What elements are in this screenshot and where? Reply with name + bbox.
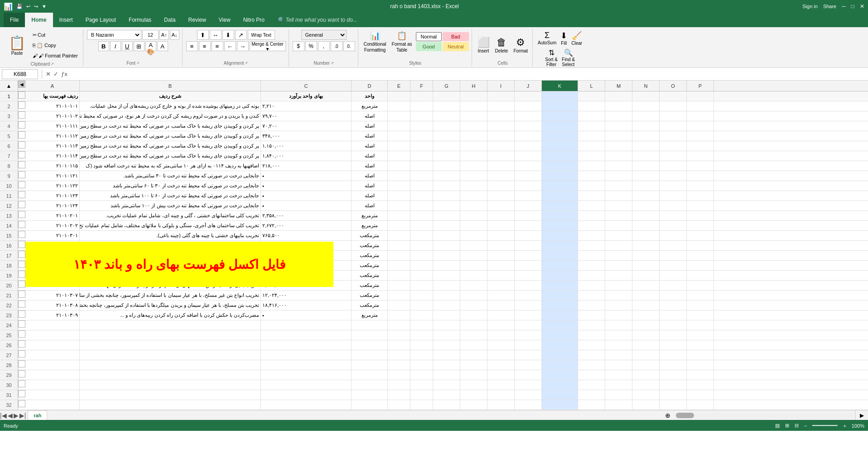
cell-F[interactable] — [410, 261, 433, 270]
quick-access-redo[interactable]: ↪ — [34, 4, 38, 10]
cell-G[interactable] — [433, 231, 460, 240]
cell-C[interactable]: • — [261, 201, 352, 210]
cell-H[interactable] — [460, 111, 487, 121]
cell-B[interactable]: جابجایی درخت در صورتی که محیط تنه درخت ا… — [80, 181, 261, 191]
cell-B[interactable]: کندن و یا بریدن و در صورت لزوم ریشه کن ک… — [80, 111, 261, 121]
merge-center-button[interactable]: Merge & Center ▼ — [250, 41, 286, 51]
font-size-input[interactable] — [142, 30, 159, 40]
cell-F[interactable] — [410, 161, 433, 171]
cell-J[interactable] — [515, 171, 542, 181]
cell-A[interactable]: ۲۱۰۱۰۱۱۳ — [25, 141, 80, 151]
cell-B[interactable]: تخریب بناییهای خشتی یا چینه های گلی (چین… — [80, 231, 261, 240]
cell-E[interactable] — [388, 101, 410, 111]
collapse-button[interactable]: ◀ — [18, 81, 25, 88]
cell-L[interactable] — [578, 131, 605, 141]
cell-L[interactable] — [578, 201, 605, 210]
cell-H[interactable] — [460, 131, 487, 141]
share-button[interactable]: Share — [823, 4, 836, 9]
decrease-indent-button[interactable]: ← — [224, 41, 236, 51]
tab-data[interactable]: Data — [158, 13, 182, 27]
cell-J[interactable] — [515, 121, 542, 131]
cell-B[interactable]: بوته کنی در زمینهای پوشیده شده از بوته و… — [80, 101, 261, 111]
cell-M[interactable] — [605, 300, 632, 310]
cell-A[interactable]: ۲۱۰۱۰۱۰۱ — [25, 101, 80, 111]
tab-review[interactable]: Review — [182, 13, 212, 27]
col-header-A[interactable]: A — [25, 81, 80, 91]
cell-O[interactable] — [660, 231, 687, 240]
cell-H[interactable] — [460, 300, 487, 310]
cancel-formula-icon[interactable]: ✕ — [46, 71, 51, 77]
cell-F[interactable] — [410, 131, 433, 141]
cell-C[interactable]: ۷۰,۲۰۰ — [261, 121, 352, 131]
cell-D[interactable]: اصله — [352, 131, 388, 141]
header-cell-P[interactable] — [687, 91, 714, 101]
cell-L[interactable] — [578, 111, 605, 121]
fill-button[interactable]: ⬇ Fill — [559, 30, 569, 47]
cell-D[interactable]: مترمکعب — [352, 261, 388, 270]
quick-access-save[interactable]: 💾 — [16, 4, 23, 10]
cell-M[interactable] — [605, 171, 632, 181]
font-name-select[interactable]: B Nazanin — [87, 30, 141, 40]
cell-K[interactable] — [542, 181, 578, 191]
cell-D[interactable]: مترمربع — [352, 101, 388, 111]
col-header-M[interactable]: M — [605, 81, 632, 91]
cell-J[interactable] — [515, 111, 542, 121]
cell-C[interactable]: ۲,۲۱۰ — [261, 101, 352, 111]
cell-H[interactable] — [460, 211, 487, 220]
cell-L[interactable] — [578, 221, 605, 230]
cell-C[interactable]: ۲,۶۷۲,۰۰۰ — [261, 221, 352, 230]
cell-O[interactable] — [660, 121, 687, 131]
cell-F[interactable] — [410, 151, 433, 161]
cell-H[interactable] — [460, 291, 487, 300]
cell-P[interactable] — [687, 231, 714, 240]
cell-I[interactable] — [487, 271, 515, 280]
cell-O[interactable] — [660, 251, 687, 260]
style-normal[interactable]: Normal — [416, 32, 442, 41]
cell-J[interactable] — [515, 151, 542, 161]
cell-I[interactable] — [487, 121, 515, 131]
cell-D[interactable]: اصله — [352, 181, 388, 191]
cell-O[interactable] — [660, 300, 687, 310]
maximize-button[interactable]: □ — [851, 3, 854, 10]
cell-K[interactable] — [542, 291, 578, 300]
cell-K[interactable] — [542, 121, 578, 131]
tab-tell-me[interactable]: 🔍 Tell me what you want to do... — [271, 13, 364, 27]
cell-N[interactable] — [632, 101, 660, 111]
cell-K[interactable] — [542, 141, 578, 151]
cell-A[interactable]: ۲۱۰۱۰۱۲۲ — [25, 181, 80, 191]
cell-H[interactable] — [460, 241, 487, 250]
cell-L[interactable] — [578, 291, 605, 300]
formula-input[interactable] — [69, 69, 866, 79]
cell-I[interactable] — [487, 281, 515, 290]
cell-L[interactable] — [578, 300, 605, 310]
cell-K[interactable] — [542, 201, 578, 210]
cell-P[interactable] — [687, 221, 714, 230]
cell-G[interactable] — [433, 291, 460, 300]
cell-N[interactable] — [632, 171, 660, 181]
cell-J[interactable] — [515, 181, 542, 191]
cell-F[interactable] — [410, 181, 433, 191]
cell-N[interactable] — [632, 161, 660, 171]
cell-M[interactable] — [605, 241, 632, 250]
cell-A[interactable]: ۲۱۰۱۰۲۰۱ — [25, 211, 80, 220]
cell-O[interactable] — [660, 241, 687, 250]
col-header-L[interactable]: L — [578, 81, 605, 91]
cell-D[interactable]: مترمکعب — [352, 251, 388, 260]
style-good[interactable]: Good — [416, 42, 442, 51]
number-format-select[interactable]: General — [301, 30, 347, 40]
tab-insert[interactable]: Insert — [53, 13, 79, 27]
cell-N[interactable] — [632, 310, 660, 320]
cell-H[interactable] — [460, 281, 487, 290]
cell-N[interactable] — [632, 300, 660, 310]
cell-P[interactable] — [687, 241, 714, 250]
clear-button[interactable]: 🧹 Clear — [570, 30, 583, 47]
cell-I[interactable] — [487, 291, 515, 300]
cell-E[interactable] — [388, 241, 410, 250]
cell-J[interactable] — [515, 161, 542, 171]
cell-C[interactable]: ۱,۸۴۰,۰۰۰ — [261, 151, 352, 161]
sheet-nav-next[interactable]: ▶ — [14, 412, 19, 419]
cell-A[interactable]: ۲۱۰۱۰۲۰۲ — [25, 221, 80, 230]
cell-M[interactable] — [605, 251, 632, 260]
cell-N[interactable] — [632, 281, 660, 290]
cell-N[interactable] — [632, 141, 660, 151]
